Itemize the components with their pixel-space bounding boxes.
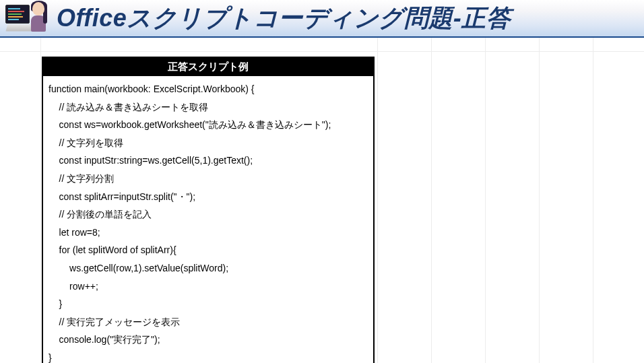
code-line: // 分割後の単語を記入	[49, 205, 368, 224]
code-line: // 文字列分割	[49, 170, 368, 188]
page-header: Officeスクリプトコーディング問題-正答	[0, 0, 644, 38]
code-body: function main(workbook: ExcelScript.Work…	[43, 76, 373, 363]
code-line: let row=8;	[49, 224, 368, 242]
grid-line	[40, 38, 41, 363]
code-line: // 文字列を取得	[49, 134, 368, 152]
code-line: }	[49, 349, 368, 363]
code-line: for (let splitWord of splitArr){	[49, 241, 368, 259]
code-line: function main(workbook: ExcelScript.Work…	[49, 80, 368, 98]
content-area: 正答スクリプト例 function main(workbook: ExcelSc…	[0, 38, 644, 363]
grid-line	[593, 38, 593, 363]
code-line: ws.getCell(row,1).setValue(splitWord);	[49, 259, 368, 277]
grid-line	[485, 38, 486, 363]
grid-line	[539, 38, 540, 363]
code-box-title: 正答スクリプト例	[43, 58, 373, 76]
code-box: 正答スクリプト例 function main(workbook: ExcelSc…	[42, 57, 375, 363]
grid-line	[377, 38, 378, 363]
code-line: row++;	[49, 277, 368, 296]
code-line: console.log("実行完了");	[49, 331, 368, 349]
grid-line	[0, 51, 644, 52]
code-line: const splitArr=inputStr.split("・");	[49, 188, 368, 206]
code-line: const inputStr:string=ws.getCell(5,1).ge…	[49, 152, 368, 170]
code-line: // 実行完了メッセージを表示	[49, 313, 368, 331]
grid-line	[431, 38, 432, 363]
coder-icon	[3, 0, 51, 37]
page-title: Officeスクリプトコーディング問題-正答	[57, 2, 511, 35]
code-line: const ws=workbook.getWorksheet("読み込み＆書き込…	[49, 116, 368, 134]
code-line: }	[49, 295, 368, 313]
code-line: // 読み込み＆書き込みシートを取得	[49, 98, 368, 117]
